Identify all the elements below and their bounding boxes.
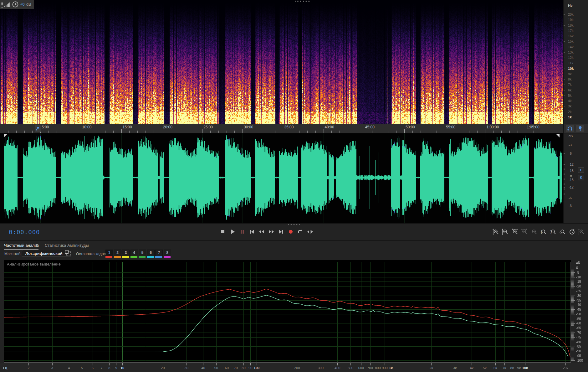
hz-label: 5k [568,94,572,97]
rewind-button[interactable] [257,227,266,236]
channel-badge[interactable]: K [578,175,584,180]
hz-tick [564,31,565,31]
freq-tick [431,363,432,365]
zoom-in-time-button[interactable] [510,227,519,236]
timeline-label: 50:00 [406,125,415,129]
hold-frame-button-4[interactable]: 4 [130,250,138,256]
gain-value[interactable]: +0 [20,2,25,7]
freq-label: 70 [234,366,238,370]
freq-tick [187,363,187,365]
frequency-scale-ruler[interactable]: Hz 20k19k18k17k16k15k14k13k12k11k10k9k8k… [563,0,588,124]
playhead-timecode[interactable]: 0:00.000 [9,229,40,235]
db-tick [564,171,565,171]
db-label: -18 [569,169,574,173]
tab-amplitude-statistics[interactable]: Статистика Амплитуды [45,243,89,248]
scale-dropdown[interactable]: Логарифмический [22,250,71,257]
zoom-to-selection-button[interactable]: {} [558,227,567,236]
hold-frame-button-2[interactable]: 2 [114,250,121,256]
marker-pin-icon[interactable] [35,125,41,132]
freq-label: 100 [254,366,259,370]
db-tick [564,180,565,180]
freq-tick [565,363,566,365]
timeline-minor-ticks [0,131,563,133]
zoom-to-in-point-button[interactable]: { [539,227,548,236]
freq-label: 5k [483,366,487,370]
freq-label: 2 [28,366,29,370]
monitor-icon[interactable] [566,125,574,132]
timeline-ruler[interactable]: 5:0010:0015:0020:0025:0030:0035:0040:004… [0,124,563,133]
record-button[interactable] [286,227,295,236]
zoom-to-out-point-button[interactable]: } [549,227,557,236]
zoom-out-amplitude-button[interactable] [501,227,510,236]
zoom-in-amplitude-button[interactable] [491,227,500,236]
hz-label: 3k [568,104,572,108]
freq-label: 3k [453,366,457,370]
hold-frame-color [130,256,137,258]
hold-frame-button-3[interactable]: 3 [122,250,130,256]
plot-db-label: -25 [576,289,581,293]
hz-label: 13k [568,50,574,54]
fade-in-handle[interactable] [4,134,8,137]
editor-toolbar: +0 dB [0,0,34,9]
tab-frequency-analysis[interactable]: Частотный анализ [4,243,39,248]
hz-tick [564,106,565,106]
fade-out-handle[interactable] [556,134,560,137]
db-label: dB [569,134,573,138]
grip-icon[interactable] [1,2,3,8]
audition-editor-window: Hz 20k19k18k17k16k15k14k13k12k11k10k9k8k… [0,0,588,372]
pause-button[interactable] [238,227,247,236]
stop-button[interactable] [218,227,227,236]
panel-resize-handle[interactable] [295,1,310,2]
freq-tick [52,363,53,365]
hz-tick [564,25,565,26]
hz-tick [564,58,565,58]
freq-tick [455,363,455,365]
hold-frame-button-7[interactable]: 7 [155,250,163,256]
freq-tick [163,363,163,365]
plot-db-label: -80 [576,340,581,344]
freq-label: 800 [375,366,381,370]
restore-default-zoom-button[interactable] [568,227,576,236]
levels-icon[interactable] [4,3,11,7]
hold-frame-color [147,256,154,258]
amplitude-scale-ruler[interactable]: dB-3-6-12-18-∞-18-12-6-3LK [563,133,588,223]
waveform-canvas[interactable] [0,133,563,223]
hz-tick [564,85,565,85]
hz-label: 10k [568,67,574,70]
timeline-major-tick [485,129,485,133]
freq-label: 900 [382,366,387,370]
skip-selection-button[interactable] [306,227,314,236]
hz-tick [564,96,565,96]
spectrogram-canvas[interactable] [0,0,563,124]
plot-db-label: -10 [576,275,581,279]
ruler-right-controls [563,124,588,133]
freq-tick [321,363,321,365]
vertical-zoom-button [577,227,586,236]
panel-resize-handle[interactable] [287,224,301,225]
channel-badge[interactable]: L [578,167,584,173]
hold-frame-button-1[interactable]: 1 [105,250,113,256]
hold-frame-color [114,256,121,258]
hz-tick [564,117,565,117]
freq-tick [227,363,227,365]
hold-frame-button-8[interactable]: 8 [164,250,171,256]
fast-forward-button[interactable] [267,227,276,236]
panel-menu-icon[interactable]: ≡ [35,242,38,248]
hold-frame-button-5[interactable]: 5 [139,250,146,256]
play-button[interactable] [228,227,237,236]
copy-graph-icon[interactable] [65,250,71,256]
hold-frame-color [122,256,129,258]
pin-icon[interactable] [576,125,584,132]
loop-playback-button[interactable] [296,227,305,236]
clock-icon[interactable] [12,1,19,8]
skip-to-end-button[interactable] [277,227,285,236]
freq-tick [472,363,472,365]
freq-tick [525,363,525,365]
freq-label: 5 [81,366,83,370]
db-tick [564,164,565,165]
hold-frame-button-6[interactable]: 6 [147,250,155,256]
freq-tick [203,363,203,365]
timeline-label: 25:00 [203,125,213,129]
hz-tick [564,90,565,90]
skip-to-start-button[interactable] [248,227,256,236]
